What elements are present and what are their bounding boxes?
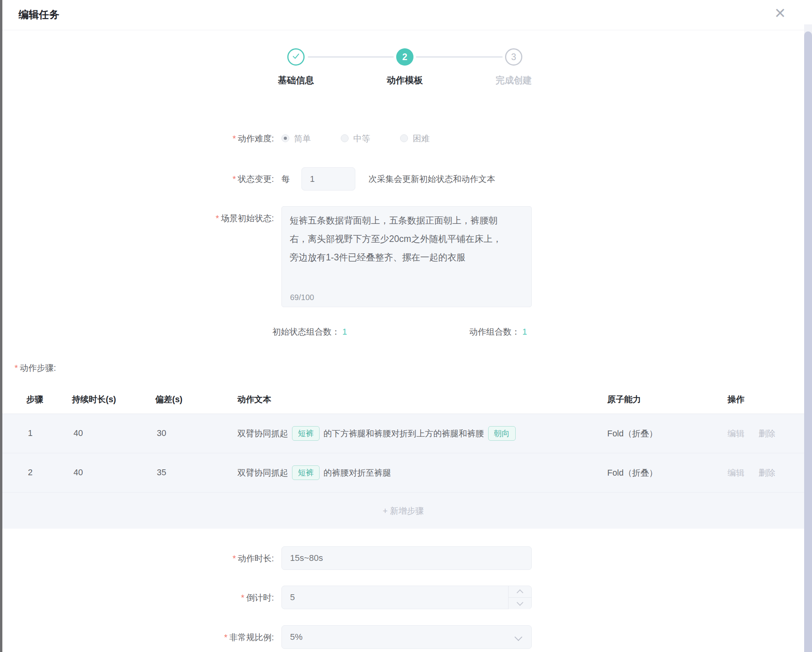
required-asterisk: *	[241, 593, 244, 603]
dialog-title: 编辑任务	[18, 8, 59, 22]
char-counter: 69/100	[290, 293, 314, 302]
table-row: 1 40 30 双臂协同抓起 短裤 的下方裤腿和裤腰对折到上方的裤腿和裤腰 朝向…	[2, 414, 804, 453]
radio-medium[interactable]: 中等	[341, 133, 370, 144]
cell-action-text: 双臂协同抓起 短裤 的下方裤腿和裤腰对折到上方的裤腿和裤腰 朝向	[237, 414, 520, 453]
required-asterisk: *	[233, 134, 236, 143]
initial-combo-value: 1	[342, 327, 347, 337]
action-combo-label: 动作组合数：	[469, 327, 520, 337]
action-text-part: 的裤腰对折至裤腿	[323, 467, 391, 478]
radio-medium-circle[interactable]	[341, 134, 349, 142]
col-action-text: 动作文本	[237, 394, 271, 405]
action-text-part: 双臂协同抓起	[237, 428, 288, 439]
increment-button[interactable]	[508, 586, 531, 597]
action-duration-row: *动作时长: 15s~80s	[2, 546, 553, 570]
object-tag: 短裤	[292, 426, 320, 441]
required-asterisk: *	[233, 174, 236, 184]
step-connector	[416, 56, 503, 58]
chevron-down-icon	[517, 599, 524, 606]
action-duration-label: *动作时长:	[2, 553, 274, 564]
state-change-input[interactable]: 1	[301, 167, 355, 190]
col-operations: 操作	[727, 394, 744, 405]
step-3-number: 3	[511, 52, 516, 62]
step-2-label: 动作模板	[354, 74, 456, 86]
cell-duration: 40	[73, 414, 83, 453]
required-asterisk: *	[216, 214, 219, 223]
delete-link[interactable]: 删除	[759, 453, 775, 492]
unusual-ratio-row: *非常规比例: 5%	[2, 625, 553, 649]
dialog-header: 编辑任务 ✕	[2, 0, 804, 30]
cell-ability: Fold（折叠）	[607, 414, 658, 453]
cell-step: 1	[28, 414, 33, 453]
action-duration-input[interactable]: 15s~80s	[281, 546, 532, 570]
initial-state-textarea[interactable]: 短裤五条数据背面朝上，五条数据正面朝上，裤腰朝右，离头部视野下方至少20cm之外…	[281, 206, 532, 307]
table-row: 2 40 35 双臂协同抓起 短裤 的裤腰对折至裤腿 Fold（折叠） 编辑 删…	[2, 453, 804, 493]
required-asterisk: *	[224, 633, 227, 642]
required-asterisk: *	[15, 363, 18, 373]
cell-deviation: 35	[157, 453, 166, 492]
initial-combo-count: 初始状态组合数：1	[272, 326, 347, 337]
cell-step: 2	[28, 453, 33, 492]
step-2-number: 2	[402, 52, 408, 62]
initial-state-label: *场景初始状态:	[2, 206, 274, 224]
state-change-row: *状态变更: 每 1 次采集会更新初始状态和动作文本	[2, 167, 710, 190]
col-duration: 持续时长(s)	[72, 394, 116, 405]
countdown-input[interactable]: 5	[281, 586, 532, 609]
state-change-label: *状态变更:	[2, 173, 274, 185]
step-1-done-circle	[287, 48, 305, 66]
step-3-label: 完成创建	[463, 74, 565, 86]
state-change-prefix: 每	[281, 173, 290, 185]
step-3-pending-circle: 3	[505, 48, 522, 66]
radio-hard-label: 困难	[413, 133, 430, 144]
initial-state-row: *场景初始状态: 短裤五条数据背面朝上，五条数据正面朝上，裤腰朝右，离头部视野下…	[2, 206, 553, 307]
col-ability: 原子能力	[607, 394, 641, 405]
chevron-up-icon	[517, 590, 524, 596]
orientation-tag: 朝向	[488, 426, 516, 441]
radio-hard-circle[interactable]	[400, 134, 408, 142]
unusual-ratio-select[interactable]: 5%	[281, 625, 532, 649]
delete-link[interactable]: 删除	[759, 414, 775, 453]
edit-link[interactable]: 编辑	[727, 453, 744, 492]
cell-ability: Fold（折叠）	[607, 453, 658, 492]
difficulty-row: *动作难度: 简单 中等 困难	[2, 130, 553, 147]
unusual-ratio-label: *非常规比例:	[2, 632, 274, 643]
cell-action-text: 双臂协同抓起 短裤 的裤腰对折至裤腿	[237, 453, 391, 492]
add-step-button[interactable]: + 新增步骤	[2, 493, 804, 529]
countdown-row: *倒计时: 5	[2, 586, 553, 609]
cell-duration: 40	[73, 453, 83, 492]
chevron-down-icon	[514, 633, 522, 641]
initial-combo-label: 初始状态组合数：	[272, 327, 340, 337]
cell-deviation: 30	[157, 414, 166, 453]
required-asterisk: *	[233, 554, 236, 563]
step-2-active-circle: 2	[396, 48, 413, 66]
steps-table-body: 1 40 30 双臂协同抓起 短裤 的下方裤腿和裤腰对折到上方的裤腿和裤腰 朝向…	[2, 414, 804, 529]
radio-easy-circle[interactable]	[281, 134, 289, 142]
countdown-label: *倒计时:	[2, 592, 274, 603]
step-1-label: 基础信息	[245, 74, 347, 86]
radio-easy-label: 简单	[294, 133, 311, 144]
close-icon[interactable]: ✕	[774, 6, 786, 20]
col-deviation: 偏差(s)	[155, 394, 182, 405]
decrement-button[interactable]	[508, 597, 531, 609]
radio-hard[interactable]: 困难	[400, 133, 430, 144]
scrollbar-thumb[interactable]	[804, 31, 812, 652]
action-text-part: 双臂协同抓起	[237, 467, 288, 478]
difficulty-radio-group: 简单 中等 困难	[281, 133, 459, 144]
action-combo-count: 动作组合数：1	[469, 326, 527, 337]
col-step: 步骤	[26, 394, 43, 405]
state-change-suffix: 次采集会更新初始状态和动作文本	[369, 173, 496, 185]
edit-link[interactable]: 编辑	[727, 414, 744, 453]
radio-medium-label: 中等	[353, 133, 370, 144]
difficulty-label: *动作难度:	[2, 133, 274, 144]
initial-state-text: 短裤五条数据背面朝上，五条数据正面朝上，裤腰朝右，离头部视野下方至少20cm之外…	[290, 211, 504, 267]
action-text-part: 的下方裤腿和裤腰对折到上方的裤腿和裤腰	[323, 428, 484, 439]
action-combo-value: 1	[522, 327, 527, 337]
check-icon	[291, 51, 301, 62]
modal-backdrop-edge	[0, 0, 2, 652]
action-steps-label: *动作步骤:	[15, 362, 56, 374]
steps-table-header: 步骤 持续时长(s) 偏差(s) 动作文本 原子能力 操作	[2, 384, 804, 414]
object-tag: 短裤	[292, 465, 320, 480]
radio-easy[interactable]: 简单	[281, 133, 311, 144]
edit-task-dialog: 编辑任务 ✕ 2 3 基础信息 动作模板 完成创建 *动作难度: 简单 中等	[0, 0, 812, 652]
step-connector	[308, 56, 394, 58]
